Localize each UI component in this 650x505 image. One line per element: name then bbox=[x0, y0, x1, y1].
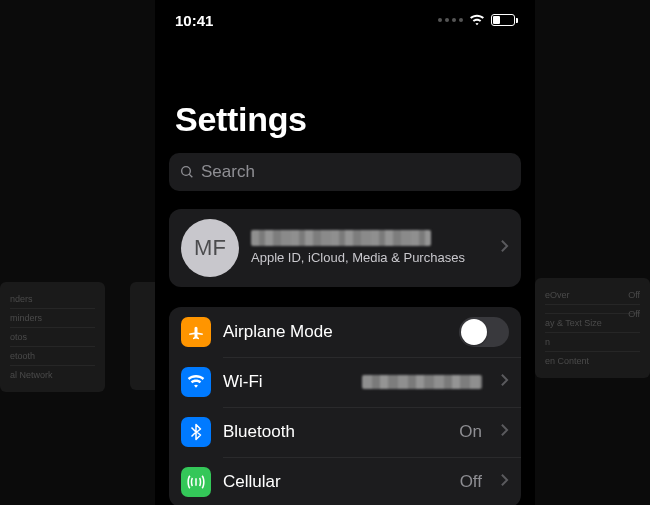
svg-line-1 bbox=[189, 174, 192, 177]
device-frame: 10:41 Settings Search MF Apple ID, iClou… bbox=[155, 0, 535, 505]
chevron-right-icon bbox=[500, 423, 509, 441]
search-placeholder: Search bbox=[201, 162, 255, 182]
account-card[interactable]: MF Apple ID, iCloud, Media & Purchases bbox=[169, 209, 521, 287]
svg-point-0 bbox=[182, 167, 191, 176]
cellular-icon bbox=[181, 467, 211, 497]
row-bluetooth[interactable]: Bluetooth On bbox=[169, 407, 521, 457]
wifi-status-icon bbox=[469, 12, 485, 29]
chevron-right-icon bbox=[500, 239, 509, 257]
chevron-right-icon bbox=[500, 373, 509, 391]
bg-panel-left: nders minders otos etooth al Network bbox=[0, 282, 105, 392]
bg-row: etooth bbox=[10, 346, 95, 365]
clock: 10:41 bbox=[175, 12, 213, 29]
wifi-icon bbox=[181, 367, 211, 397]
bg-row: eOverOff bbox=[545, 286, 640, 304]
airplane-toggle[interactable] bbox=[459, 317, 509, 347]
bg-row: en Content bbox=[545, 351, 640, 370]
wifi-network-redacted bbox=[362, 375, 482, 389]
account-subtitle: Apple ID, iCloud, Media & Purchases bbox=[251, 250, 488, 266]
battery-icon bbox=[491, 14, 515, 26]
bg-panel-right: eOverOff Off ay & Text Size n en Content bbox=[535, 278, 650, 378]
row-wifi[interactable]: Wi-Fi bbox=[169, 357, 521, 407]
bg-row: al Network bbox=[10, 365, 95, 384]
bg-row: ay & Text Size bbox=[545, 313, 640, 332]
bg-row: otos bbox=[10, 327, 95, 346]
cellular-dots-icon bbox=[438, 18, 463, 22]
bg-row: nders bbox=[10, 290, 95, 308]
account-name-redacted bbox=[251, 230, 431, 246]
page-title: Settings bbox=[155, 40, 535, 153]
row-label: Airplane Mode bbox=[223, 322, 447, 342]
bg-row: minders bbox=[10, 308, 95, 327]
search-input[interactable]: Search bbox=[169, 153, 521, 191]
chevron-right-icon bbox=[500, 473, 509, 491]
status-bar: 10:41 bbox=[155, 0, 535, 40]
row-label: Bluetooth bbox=[223, 422, 447, 442]
search-icon bbox=[179, 164, 195, 180]
row-value: On bbox=[459, 422, 482, 442]
row-cellular[interactable]: Cellular Off bbox=[169, 457, 521, 505]
row-label: Cellular bbox=[223, 472, 448, 492]
bluetooth-icon bbox=[181, 417, 211, 447]
airplane-icon bbox=[181, 317, 211, 347]
connectivity-section: Airplane Mode Wi-Fi Bluetooth On Cellula… bbox=[169, 307, 521, 505]
row-airplane-mode[interactable]: Airplane Mode bbox=[169, 307, 521, 357]
bg-row: n bbox=[545, 332, 640, 351]
avatar: MF bbox=[181, 219, 239, 277]
status-icons bbox=[438, 12, 515, 29]
bg-row: Off bbox=[545, 304, 640, 313]
row-label: Wi-Fi bbox=[223, 372, 350, 392]
row-value: Off bbox=[460, 472, 482, 492]
